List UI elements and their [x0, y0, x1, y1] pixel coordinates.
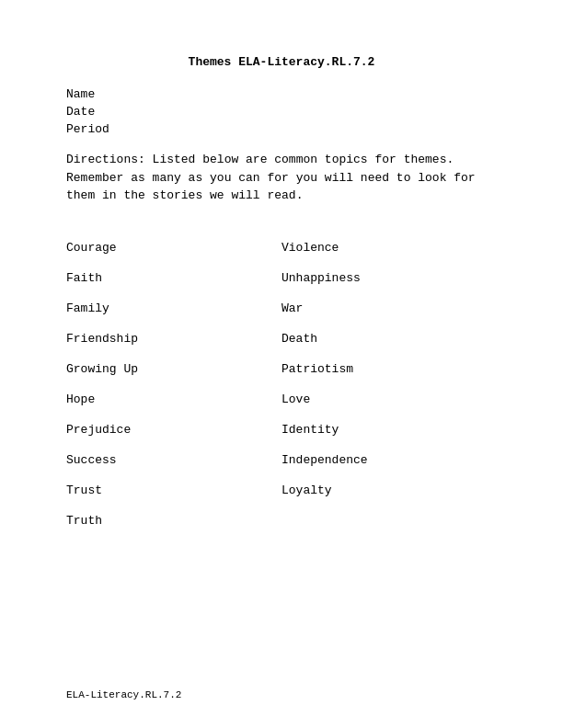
name-field: Name [66, 87, 497, 101]
left-column: Courage Faith Family Friendship Growing … [66, 233, 282, 536]
list-item: Unhappiness [282, 263, 497, 293]
page-title: Themes ELA-Literacy.RL.7.2 [66, 55, 497, 69]
list-item: Truth [66, 506, 282, 536]
list-item: Identity [282, 415, 497, 445]
list-item: Loyalty [282, 475, 497, 506]
list-item: Violence [282, 233, 497, 263]
list-item: Prejudice [66, 415, 282, 445]
directions-text: Directions: Listed below are common topi… [66, 151, 497, 205]
page: Themes ELA-Literacy.RL.7.2 Name Date Per… [0, 0, 563, 728]
list-item: Courage [66, 233, 282, 263]
list-item: Trust [66, 475, 282, 506]
footer-text: ELA-Literacy.RL.7.2 [66, 689, 181, 700]
list-item: Independence [282, 445, 497, 475]
list-item: Love [282, 384, 497, 415]
date-field: Date [66, 105, 497, 119]
list-item: Faith [66, 263, 282, 293]
list-item: Family [66, 293, 282, 324]
list-item: War [282, 293, 497, 324]
themes-container: Courage Faith Family Friendship Growing … [66, 233, 497, 536]
list-item: Patriotism [282, 354, 497, 384]
list-item: Success [66, 445, 282, 475]
list-item: Death [282, 324, 497, 354]
list-item: Hope [66, 384, 282, 415]
list-item: Growing Up [66, 354, 282, 384]
period-field: Period [66, 122, 497, 136]
list-item: Friendship [66, 324, 282, 354]
right-column: Violence Unhappiness War Death Patriotis… [282, 233, 497, 536]
